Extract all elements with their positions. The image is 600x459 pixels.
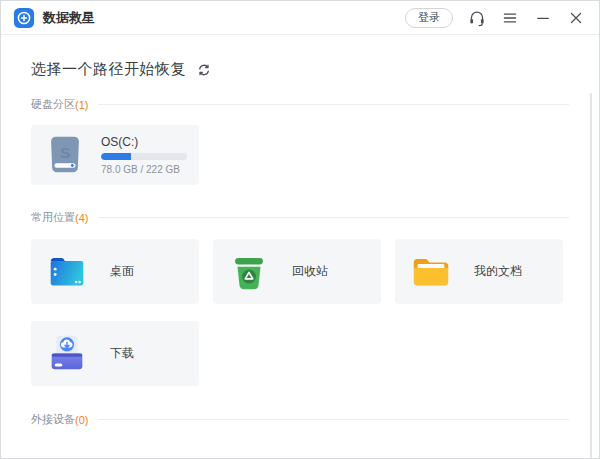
page-title: 选择一个路径开始恢复 <box>31 60 186 79</box>
titlebar-actions: 登录 <box>405 8 585 28</box>
app-window: 数据救星 登录 选择一个路径开始恢复 <box>0 0 600 459</box>
close-icon[interactable] <box>567 9 585 27</box>
titlebar: 数据救星 登录 <box>1 1 599 35</box>
drive-usage-bar-fill <box>101 153 131 160</box>
login-button[interactable]: 登录 <box>405 8 453 28</box>
refresh-icon[interactable] <box>197 63 211 77</box>
hard-drive-icon: S <box>42 132 88 178</box>
location-label: 下载 <box>110 345 134 362</box>
downloads-icon <box>44 331 90 377</box>
location-card-recycle-bin[interactable]: 回收站 <box>213 239 381 304</box>
section-divider <box>98 104 569 105</box>
section-locations: 常用位置(4) <box>31 210 569 225</box>
section-locations-label: 常用位置 <box>31 210 75 225</box>
section-external-label: 外接设备 <box>31 412 75 427</box>
location-card-downloads[interactable]: 下载 <box>31 321 199 386</box>
app-title: 数据救星 <box>43 9 95 27</box>
location-label: 回收站 <box>292 263 328 280</box>
locations-grid: 桌面 回收站 我的文档 <box>31 239 563 386</box>
minimize-icon[interactable] <box>534 9 552 27</box>
drive-usage-text: 78.0 GB / 222 GB <box>101 164 187 175</box>
heading-row: 选择一个路径开始恢复 <box>31 60 569 79</box>
desktop-folder-icon <box>44 249 90 295</box>
section-partitions-count: (1) <box>75 99 88 111</box>
drive-usage-bar <box>101 153 187 160</box>
documents-folder-icon <box>408 249 454 295</box>
section-partitions-label: 硬盘分区 <box>31 97 75 112</box>
section-partitions: 硬盘分区(1) <box>31 97 569 112</box>
recycle-bin-icon <box>226 249 272 295</box>
support-headset-icon[interactable] <box>468 9 486 27</box>
section-locations-count: (4) <box>75 212 88 224</box>
main-content: 选择一个路径开始恢复 硬盘分区(1) S OS(C:) <box>1 60 599 427</box>
drive-name: OS(C:) <box>101 135 187 149</box>
svg-text:S: S <box>60 144 70 161</box>
location-card-documents[interactable]: 我的文档 <box>395 239 563 304</box>
section-divider <box>98 217 569 218</box>
section-external: 外接设备(0) <box>31 412 569 427</box>
section-divider <box>98 419 569 420</box>
section-external-count: (0) <box>75 414 88 426</box>
drive-card-os-c[interactable]: S OS(C:) 78.0 GB / 222 GB <box>31 125 199 185</box>
vertical-scrollbar[interactable] <box>590 93 592 458</box>
location-label: 桌面 <box>110 263 134 280</box>
location-label: 我的文档 <box>474 263 522 280</box>
location-card-desktop[interactable]: 桌面 <box>31 239 199 304</box>
menu-icon[interactable] <box>501 9 519 27</box>
drive-info: OS(C:) 78.0 GB / 222 GB <box>101 135 187 175</box>
app-logo-icon <box>13 7 35 29</box>
